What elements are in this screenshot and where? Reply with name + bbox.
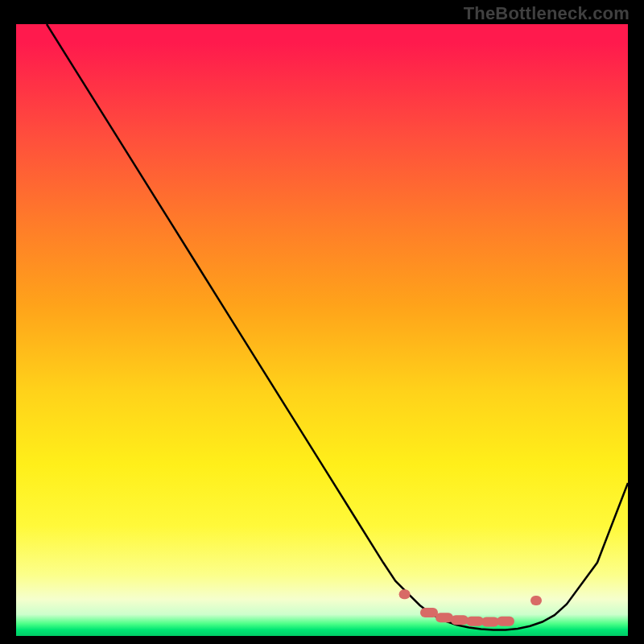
plot-area — [16, 24, 628, 636]
chart-container: TheBottleneck.com — [0, 0, 644, 644]
optimal-marker — [530, 596, 542, 605]
optimal-zone-markers — [399, 589, 542, 626]
optimal-marker — [399, 589, 411, 599]
optimal-marker — [466, 617, 484, 626]
watermark-text: TheBottleneck.com — [464, 3, 630, 24]
curve-layer — [16, 24, 628, 636]
bottleneck-curve — [47, 24, 628, 630]
optimal-marker — [481, 617, 499, 627]
optimal-marker — [451, 615, 469, 625]
optimal-marker — [497, 617, 514, 626]
optimal-marker — [436, 613, 453, 622]
optimal-marker — [420, 608, 438, 617]
